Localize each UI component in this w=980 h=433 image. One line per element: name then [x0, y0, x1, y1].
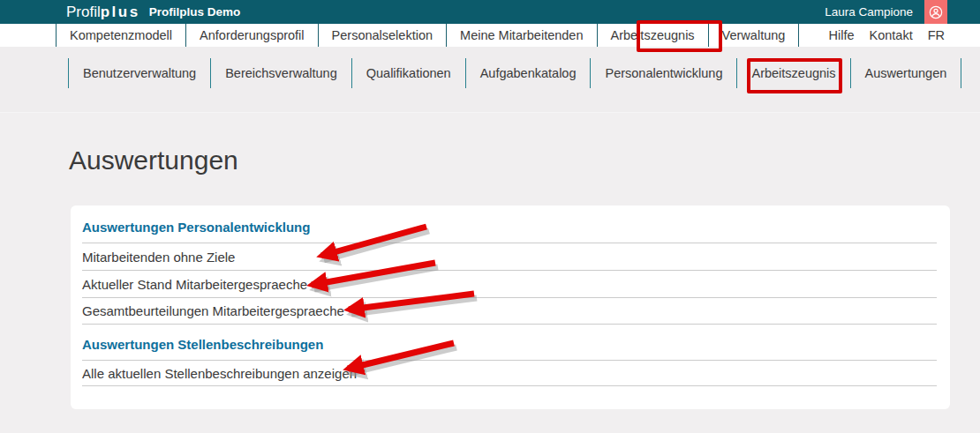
account-circle-icon	[929, 5, 943, 19]
nav-right-links: Hilfe Kontakt FR	[828, 24, 980, 47]
section-heading-text: Auswertungen Stellenbeschreibungen	[82, 337, 323, 352]
nav-item-verwaltung[interactable]: Verwaltung	[708, 24, 800, 47]
nav-item-personalselektion[interactable]: Personalselektion	[318, 24, 446, 47]
subnav-item-personalentwicklung[interactable]: Personalentwicklung	[590, 58, 736, 88]
verwaltung-subnav: Benutzerverwaltung Bereichsverwaltung Qu…	[0, 47, 980, 113]
language-switch-fr[interactable]: FR	[928, 28, 945, 42]
subnav-items: Benutzerverwaltung Bereichsverwaltung Qu…	[68, 47, 980, 88]
subnav-item-bereichsverwaltung[interactable]: Bereichsverwaltung	[210, 58, 351, 88]
subnav-item-benutzerverwaltung[interactable]: Benutzerverwaltung	[68, 58, 210, 88]
app-header: Profilplus Profilplus Demo Laura Campion…	[0, 0, 980, 24]
subnav-item-aufgabenkatalog[interactable]: Aufgabenkatalog	[465, 58, 591, 88]
nav-item-meine-mitarbeitenden[interactable]: Meine Mitarbeitenden	[446, 24, 596, 47]
section-heading-text: Auswertungen Personalentwicklung	[82, 220, 310, 235]
nav-item-anforderungsprofil[interactable]: Anforderungsprofil	[185, 24, 318, 47]
report-link-aktueller-stand[interactable]: Aktueller Stand Mitarbeitergespraeche	[82, 271, 937, 298]
help-link[interactable]: Hilfe	[828, 28, 854, 42]
main-nav-items: Kompetenzmodell Anforderungsprofil Perso…	[56, 24, 799, 47]
contact-link[interactable]: Kontakt	[869, 28, 912, 42]
report-link-alle-stellenbeschreibungen[interactable]: Alle aktuellen Stellenbeschreibungen anz…	[82, 361, 937, 386]
nav-item-kompetenzmodell[interactable]: Kompetenzmodell	[56, 24, 185, 47]
account-menu-button[interactable]	[924, 0, 947, 24]
report-link-mitarbeitende-ohne-ziele[interactable]: Mitarbeitenden ohne Ziele	[82, 243, 937, 271]
auswertungen-card: Auswertungen Personalentwicklung Mitarbe…	[71, 205, 950, 409]
subnav-item-auswertungen[interactable]: Auswertungen	[850, 58, 962, 88]
main-nav: Kompetenzmodell Anforderungsprofil Perso…	[0, 24, 980, 47]
app-name: Profilplus Demo	[149, 5, 241, 19]
report-link-gesamtbeurteilungen[interactable]: Gesamtbeurteilungen Mitarbeitergespraech…	[82, 298, 937, 325]
brand-logo-light: Profil	[66, 4, 101, 20]
subnav-item-arbeitszeugnis[interactable]: Arbeitszeugnis	[736, 58, 849, 88]
nav-item-arbeitszeugnis[interactable]: Arbeitszeugnis	[597, 24, 708, 47]
section-heading-stellenbeschreibungen: Auswertungen Stellenbeschreibungen	[82, 325, 937, 361]
page-title: Auswertungen	[69, 113, 980, 175]
subnav-item-qualifikationen[interactable]: Qualifikationen	[351, 58, 465, 88]
main-content: Auswertungen Auswertungen Personalentwic…	[0, 113, 980, 433]
brand-logo[interactable]: Profilplus	[66, 0, 140, 24]
brand-logo-bold: plus	[101, 4, 140, 20]
user-name: Laura Campione	[825, 5, 913, 19]
section-heading-personalentwicklung: Auswertungen Personalentwicklung	[82, 205, 937, 243]
